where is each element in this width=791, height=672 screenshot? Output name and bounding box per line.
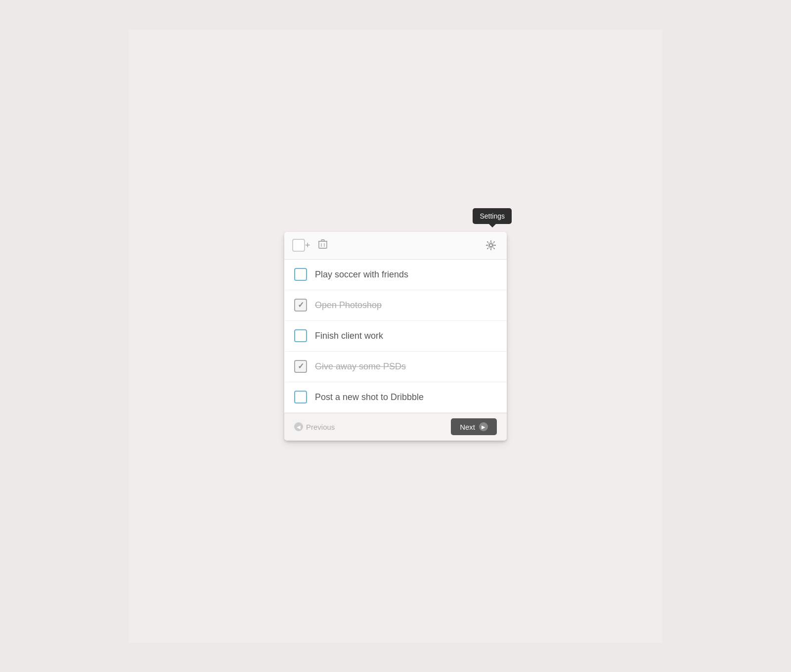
task-row-3: Finish client work (284, 321, 507, 352)
add-icon[interactable]: + (305, 240, 310, 251)
task-checkbox-2[interactable] (294, 299, 307, 312)
todo-card: + (284, 232, 507, 441)
next-label: Next (460, 423, 475, 431)
svg-point-5 (489, 244, 492, 247)
settings-button[interactable] (483, 237, 499, 253)
task-list: Play soccer with friendsOpen PhotoshopFi… (284, 260, 507, 413)
delete-icon[interactable] (318, 239, 327, 252)
previous-label: Previous (306, 423, 335, 431)
task-checkbox-5[interactable] (294, 391, 307, 403)
page-wrapper: Settings + (129, 30, 662, 643)
toolbar: + (284, 232, 507, 260)
task-label-5: Post a new shot to Dribbble (315, 392, 424, 403)
task-label-1: Play soccer with friends (315, 269, 408, 280)
toolbar-actions: + (305, 239, 483, 252)
task-checkbox-3[interactable] (294, 329, 307, 342)
toolbar-checkbox[interactable] (292, 239, 305, 252)
task-checkbox-1[interactable] (294, 268, 307, 281)
task-checkbox-4[interactable] (294, 360, 307, 373)
task-label-2: Open Photoshop (315, 300, 382, 311)
task-row-5: Post a new shot to Dribbble (284, 382, 507, 413)
next-icon: ▶ (479, 422, 488, 431)
next-button[interactable]: Next ▶ (451, 418, 497, 435)
settings-tooltip: Settings (473, 208, 512, 224)
tooltip-label: Settings (480, 212, 505, 220)
widget-container: Settings + (284, 232, 507, 441)
footer: ◀ Previous Next ▶ (284, 413, 507, 441)
task-label-4: Give away some PSDs (315, 361, 406, 372)
task-row-4: Give away some PSDs (284, 352, 507, 382)
svg-rect-0 (319, 241, 327, 248)
task-row-2: Open Photoshop (284, 290, 507, 321)
previous-icon: ◀ (294, 422, 303, 431)
previous-button[interactable]: ◀ Previous (294, 422, 335, 431)
task-label-3: Finish client work (315, 331, 383, 341)
task-row-1: Play soccer with friends (284, 260, 507, 290)
